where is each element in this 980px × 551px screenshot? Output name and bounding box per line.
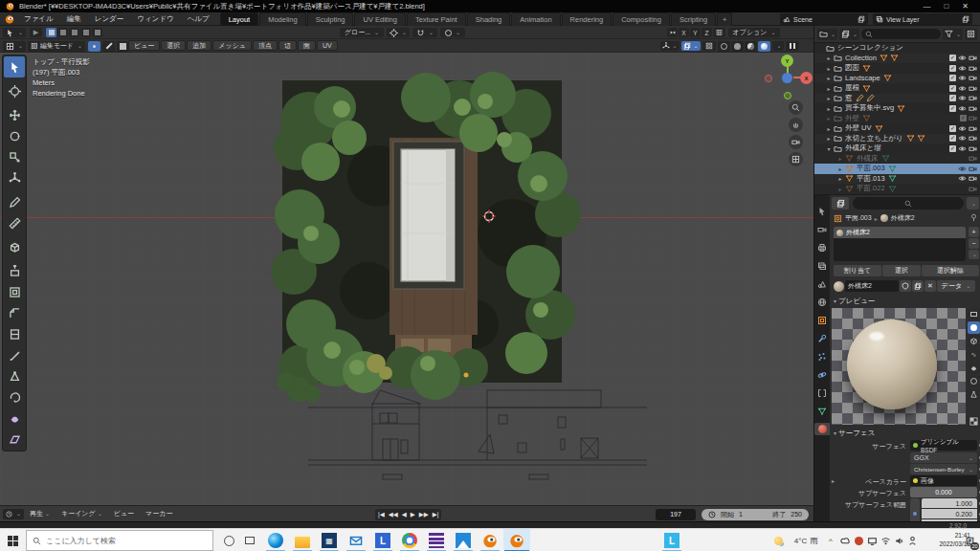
menu-face[interactable]: 面	[298, 40, 316, 51]
play-reverse-button[interactable]: ◀	[402, 511, 407, 518]
snap-individual-button[interactable]	[713, 28, 725, 37]
base-color-field[interactable]: 画像	[910, 475, 977, 486]
minimize-button[interactable]: —	[923, 2, 930, 11]
add-workspace-button[interactable]: +	[717, 12, 732, 26]
menu-marker[interactable]: マーカー	[140, 509, 178, 518]
camera-icon[interactable]	[969, 154, 977, 163]
start-button[interactable]	[0, 529, 25, 551]
tab-rendering[interactable]: Rendering	[562, 12, 612, 26]
material-slot-list[interactable]: 外構床2	[834, 227, 966, 261]
camera-icon[interactable]	[969, 185, 977, 193]
tool-scale[interactable]	[4, 146, 25, 167]
menu-render[interactable]: レンダー	[88, 12, 131, 26]
wireframe-shading-button[interactable]	[718, 41, 730, 52]
tool-extrude[interactable]	[4, 260, 25, 281]
preview-hair-button[interactable]: ∿	[968, 348, 980, 361]
outliner-search-input[interactable]	[861, 29, 941, 39]
preview-sphere-button[interactable]	[968, 321, 980, 334]
perspective-toggle-button[interactable]	[789, 152, 803, 166]
preview-world-button[interactable]	[968, 415, 980, 428]
preview-panel-header[interactable]: ▾ プレビュー	[834, 297, 875, 306]
tab-uv-editing[interactable]: UV Editing	[354, 12, 405, 26]
taskbar-app-notes[interactable]	[423, 529, 450, 551]
zoom-button[interactable]	[789, 100, 803, 115]
unlink-material-button[interactable]: ✕	[924, 280, 936, 292]
tab-object-data[interactable]	[814, 405, 830, 417]
camera-icon[interactable]	[969, 84, 977, 93]
taskbar-center-app[interactable]: L	[658, 529, 685, 551]
select-new-icon[interactable]	[46, 28, 56, 37]
preview-shaderball-button[interactable]	[968, 375, 980, 387]
eye-icon[interactable]	[958, 144, 967, 153]
camera-icon[interactable]	[969, 104, 977, 113]
navigation-gizmo[interactable]: Y X	[761, 55, 813, 102]
remove-slot-button[interactable]: −	[969, 238, 979, 249]
select-subtract-icon[interactable]	[69, 28, 79, 37]
vertex-select-button[interactable]	[88, 41, 100, 52]
tab-output[interactable]	[814, 241, 830, 253]
taskbar-app-store[interactable]: ▦	[316, 529, 343, 551]
tab-material[interactable]	[814, 423, 830, 435]
tab-modifiers[interactable]	[814, 332, 830, 344]
close-button[interactable]: ✕	[962, 2, 969, 11]
breadcrumb-object[interactable]: 平面.003	[845, 213, 872, 223]
camera-view-button[interactable]	[789, 135, 803, 149]
taskbar-app-photos[interactable]	[450, 529, 477, 551]
transform-orientation-dropdown[interactable]: グロー...⌄	[340, 28, 384, 37]
camera-icon[interactable]	[969, 174, 977, 183]
surface-panel-header[interactable]: ▾ サーフェス	[834, 429, 875, 438]
overlays-dropdown[interactable]: ⌄	[681, 41, 701, 51]
axis-x-negative-handle[interactable]	[765, 75, 772, 82]
axis-z-handle[interactable]	[782, 73, 792, 83]
tool-add-cube[interactable]	[4, 236, 25, 257]
distribution-dropdown[interactable]: GGX⌄	[910, 452, 977, 463]
select-extend-icon[interactable]	[57, 28, 68, 37]
snap-dropdown[interactable]: ⌄	[412, 28, 437, 37]
tool-inset-faces[interactable]	[4, 281, 25, 302]
menu-uv[interactable]: UV	[317, 40, 338, 51]
fake-user-button[interactable]	[900, 280, 911, 292]
radius-x-field[interactable]: 1.000	[922, 498, 977, 508]
view-layer-selector[interactable]: View Layer	[873, 13, 972, 25]
camera-icon[interactable]	[969, 165, 977, 173]
eye-icon[interactable]	[958, 174, 967, 183]
tab-constraints[interactable]	[814, 386, 830, 399]
pin-icon[interactable]	[969, 213, 978, 222]
tool-spin[interactable]	[4, 386, 25, 408]
outliner-row-gaikou-collection[interactable]: ▾ 外構床と塀 ✓	[814, 143, 980, 154]
next-keyframe-button[interactable]: ▶▶	[419, 511, 429, 518]
notification-center-button[interactable]: 20	[960, 529, 979, 551]
eye-icon[interactable]	[958, 124, 967, 133]
tab-modeling[interactable]: Modeling	[259, 12, 305, 26]
axis-x-handle[interactable]: X	[800, 72, 813, 84]
tool-bevel[interactable]	[4, 302, 25, 323]
blender-logo-icon[interactable]	[5, 14, 14, 24]
add-slot-button[interactable]: +	[969, 227, 979, 237]
outliner-row-mado[interactable]: ▸ 窓 ✓	[814, 94, 980, 104]
outliner-row-landscape[interactable]: ▸ Landscape ✓	[814, 74, 980, 84]
tool-annotate[interactable]	[4, 191, 25, 212]
outliner-row-plane-003[interactable]: ▸ 平面.003	[814, 164, 980, 174]
viewport-canvas[interactable]: トップ - 平行投影 (197) 平面.003 Meters Rendering…	[0, 53, 813, 505]
eye-icon[interactable]	[958, 84, 967, 93]
edge-select-button[interactable]	[102, 41, 115, 52]
camera-icon[interactable]	[969, 114, 977, 122]
checkbox-icon[interactable]: ✓	[949, 55, 956, 61]
taskbar-app-explorer[interactable]	[289, 529, 316, 551]
task-view-button[interactable]	[239, 529, 260, 551]
tab-render[interactable]	[814, 223, 830, 235]
subsurface-method-dropdown[interactable]: Christensen-Burley⌄	[910, 464, 977, 474]
menu-view[interactable]: ビュー	[128, 40, 160, 51]
subsurface-slider[interactable]: 0.000	[910, 487, 977, 497]
volume-icon[interactable]	[892, 529, 905, 551]
wifi-icon[interactable]	[879, 529, 892, 551]
tool-edge-slide[interactable]	[4, 429, 25, 450]
taskbar-app-blender-active[interactable]	[503, 529, 530, 551]
select-intersect-icon[interactable]	[92, 28, 102, 37]
tab-compositing[interactable]: Compositing	[612, 12, 670, 26]
select-button[interactable]: 選択	[882, 265, 921, 276]
outliner-options-button[interactable]	[965, 29, 977, 40]
filter-dropdown[interactable]: ⌄	[943, 29, 963, 40]
display-mode-dropdown[interactable]: ⌄	[817, 29, 837, 40]
pan-button[interactable]	[789, 118, 803, 132]
